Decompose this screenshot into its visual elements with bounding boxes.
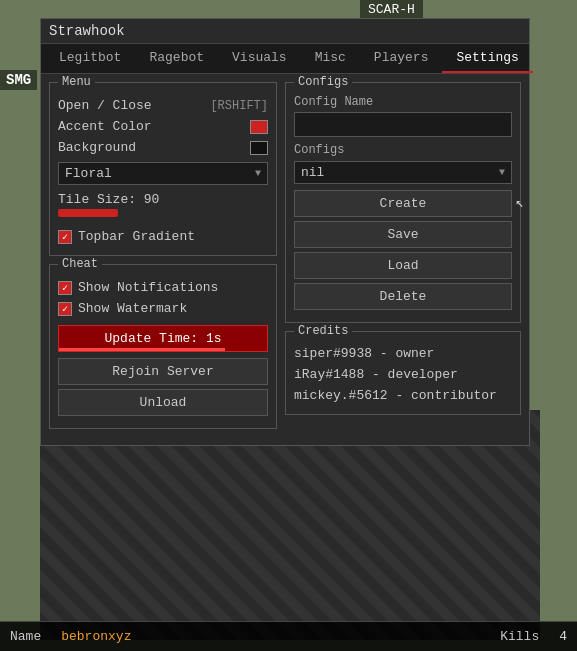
kills-column-label: Kills	[500, 629, 539, 644]
tab-ragebot[interactable]: Ragebot	[135, 44, 218, 73]
right-panel: Configs Config Name Configs nil ▼ Create	[285, 82, 521, 437]
load-button[interactable]: Load	[294, 252, 512, 279]
configs-dropdown-arrow-icon: ▼	[499, 167, 505, 178]
update-time-label: Update Time: 1s	[104, 331, 221, 346]
tab-settings[interactable]: Settings	[442, 44, 532, 73]
show-notifications-row: ✓ Show Notifications	[58, 277, 268, 298]
topbar-gradient-checkbox[interactable]: ✓	[58, 230, 72, 244]
kills-column-value: 4	[559, 629, 567, 644]
window-title: Strawhook	[49, 23, 125, 39]
background-dropdown-row: Floral ▼	[58, 162, 268, 185]
cursor-arrow-icon: ↖	[516, 194, 524, 211]
open-close-row: Open / Close [RSHIFT]	[58, 95, 268, 116]
dropdown-arrow-icon: ▼	[255, 168, 261, 179]
configs-dropdown-value: nil	[301, 165, 324, 180]
create-button[interactable]: Create	[294, 190, 512, 217]
menu-section: Menu Open / Close [RSHIFT] Accent Color …	[49, 82, 277, 256]
tab-bar: Legitbot Ragebot Visuals Misc Players Se…	[41, 44, 529, 74]
background-dropdown[interactable]: Floral ▼	[58, 162, 268, 185]
show-watermark-row: ✓ Show Watermark	[58, 298, 268, 319]
credits-section-label: Credits	[294, 324, 352, 338]
cheat-section-content: ✓ Show Notifications ✓ Show Watermark Up…	[50, 265, 276, 428]
unload-button[interactable]: Unload	[58, 389, 268, 416]
configs-label: Configs	[294, 143, 512, 157]
credit-line-1: siper#9938 - owner	[294, 344, 512, 365]
update-time-btn[interactable]: Update Time: 1s	[58, 325, 268, 352]
cheat-section-label: Cheat	[58, 257, 102, 271]
hud-scarh: SCAR-H	[360, 0, 423, 19]
save-button[interactable]: Save	[294, 221, 512, 248]
credit-line-3: mickey.#5612 - contributor	[294, 386, 512, 407]
topbar-gradient-label: Topbar Gradient	[78, 229, 195, 244]
tile-size-label: Tile Size: 90	[58, 192, 159, 207]
show-notifications-checkbox[interactable]: ✓	[58, 281, 72, 295]
accent-color-swatch[interactable]	[250, 120, 268, 134]
bottom-bar: Name bebronxyz Kills 4	[0, 621, 577, 651]
config-name-label: Config Name	[294, 95, 512, 109]
rejoin-server-button[interactable]: Rejoin Server	[58, 358, 268, 385]
cheat-section: Cheat ✓ Show Notifications ✓ Show Waterm…	[49, 264, 277, 429]
topbar-gradient-row: ✓ Topbar Gradient	[58, 226, 268, 247]
accent-color-label: Accent Color	[58, 119, 152, 134]
name-column-value: bebronxyz	[61, 629, 131, 644]
open-close-shortcut: [RSHIFT]	[210, 99, 268, 113]
show-notifications-label: Show Notifications	[78, 280, 218, 295]
menu-section-content: Open / Close [RSHIFT] Accent Color Backg…	[50, 83, 276, 255]
delete-button[interactable]: Delete	[294, 283, 512, 310]
configs-dropdown-row: nil ▼	[294, 161, 512, 184]
configs-section-label: Configs	[294, 75, 352, 89]
credits-content: siper#9938 - owner iRay#1488 - developer…	[286, 332, 520, 414]
open-close-label: Open / Close	[58, 98, 152, 113]
main-window: Strawhook Legitbot Ragebot Visuals Misc …	[40, 18, 530, 446]
left-panel: Menu Open / Close [RSHIFT] Accent Color …	[49, 82, 277, 437]
tile-size-row: Tile Size: 90	[58, 189, 268, 220]
configs-section-content: Config Name Configs nil ▼ Create ↖	[286, 83, 520, 322]
tab-visuals[interactable]: Visuals	[218, 44, 301, 73]
create-row: Create ↖	[294, 190, 512, 221]
accent-color-row: Accent Color	[58, 116, 268, 137]
menu-section-label: Menu	[58, 75, 95, 89]
configs-section: Configs Config Name Configs nil ▼ Create	[285, 82, 521, 323]
content-area: Menu Open / Close [RSHIFT] Accent Color …	[41, 74, 529, 445]
title-bar: Strawhook	[41, 19, 529, 44]
tile-size-slider[interactable]	[58, 209, 118, 217]
configs-dropdown[interactable]: nil ▼	[294, 161, 512, 184]
show-watermark-label: Show Watermark	[78, 301, 187, 316]
update-time-row: Update Time: 1s	[58, 325, 268, 352]
hud-smg: SMG	[0, 70, 37, 90]
background-row: Background	[58, 137, 268, 158]
background-label: Background	[58, 140, 136, 155]
tab-players[interactable]: Players	[360, 44, 443, 73]
tab-legitbot[interactable]: Legitbot	[45, 44, 135, 73]
tab-misc[interactable]: Misc	[301, 44, 360, 73]
config-name-input[interactable]	[294, 112, 512, 137]
background-dropdown-value: Floral	[65, 166, 112, 181]
credits-section: Credits siper#9938 - owner iRay#1488 - d…	[285, 331, 521, 415]
show-watermark-checkbox[interactable]: ✓	[58, 302, 72, 316]
background-color-swatch[interactable]	[250, 141, 268, 155]
credit-line-2: iRay#1488 - developer	[294, 365, 512, 386]
name-column-label: Name	[10, 629, 41, 644]
